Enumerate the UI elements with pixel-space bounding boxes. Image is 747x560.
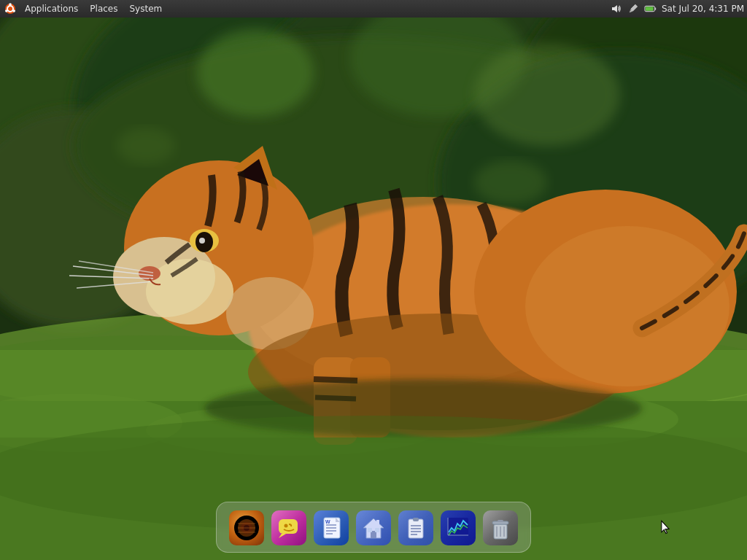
svg-rect-55 — [654, 7, 656, 10]
svg-point-41 — [525, 226, 729, 386]
svg-marker-65 — [279, 534, 286, 538]
svg-point-50 — [12, 9, 15, 12]
svg-point-10 — [474, 44, 620, 146]
dock-item-chat[interactable] — [269, 508, 309, 548]
dock-item-clipboard[interactable] — [396, 508, 436, 548]
svg-point-8 — [197, 29, 314, 117]
svg-point-23 — [146, 259, 233, 324]
pen-icon[interactable] — [627, 2, 640, 15]
svg-rect-76 — [368, 528, 372, 532]
svg-point-49 — [9, 3, 12, 6]
wallpaper — [0, 0, 747, 560]
applications-menu[interactable]: Applications — [19, 2, 84, 15]
system-menu[interactable]: System — [123, 2, 168, 15]
svg-line-38 — [314, 379, 357, 381]
dock: W — [216, 502, 531, 553]
svg-rect-90 — [498, 520, 503, 522]
svg-text:W: W — [325, 519, 330, 524]
dock-item-speaker[interactable] — [227, 508, 266, 548]
dock-item-trash[interactable] — [481, 508, 520, 548]
svg-rect-80 — [413, 518, 419, 521]
svg-point-28 — [199, 238, 205, 244]
svg-rect-78 — [376, 520, 379, 526]
panel-right: Sat Jul 20, 4:31 PM — [609, 2, 744, 15]
volume-icon[interactable] — [609, 2, 622, 15]
svg-rect-56 — [646, 7, 654, 10]
dock-item-writer[interactable]: W — [311, 508, 351, 548]
top-panel: Applications Places System — [0, 0, 747, 18]
svg-rect-64 — [279, 519, 298, 534]
svg-marker-52 — [612, 5, 617, 12]
panel-left: Applications Places System — [3, 1, 168, 16]
svg-point-51 — [5, 9, 8, 12]
svg-point-46 — [117, 128, 175, 164]
datetime[interactable]: Sat Jul 20, 4:31 PM — [662, 4, 744, 14]
ubuntu-logo[interactable] — [3, 1, 18, 16]
battery-icon[interactable] — [644, 2, 657, 15]
svg-rect-77 — [375, 528, 379, 532]
desktop: Applications Places System — [0, 0, 747, 560]
dock-item-network[interactable] — [438, 508, 478, 548]
dock-item-home[interactable] — [354, 508, 393, 548]
svg-point-45 — [474, 160, 547, 204]
svg-point-66 — [285, 524, 288, 528]
places-menu[interactable]: Places — [84, 2, 123, 15]
